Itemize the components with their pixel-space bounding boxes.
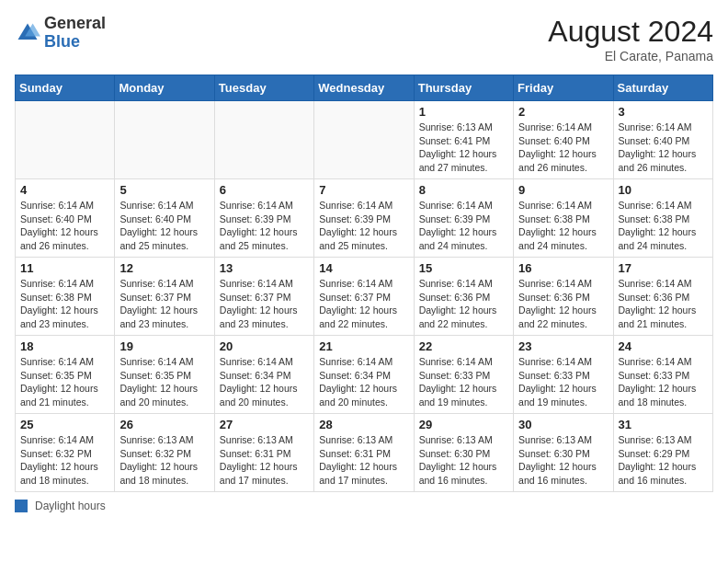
calendar-cell: 31Sunrise: 6:13 AM Sunset: 6:29 PM Dayli… <box>613 414 712 492</box>
day-number: 3 <box>619 105 708 119</box>
calendar-cell: 5Sunrise: 6:14 AM Sunset: 6:40 PM Daylig… <box>115 179 214 258</box>
calendar-day-header: Monday <box>115 75 214 101</box>
day-number: 7 <box>319 183 408 197</box>
day-info: Sunrise: 6:14 AM Sunset: 6:38 PM Dayligh… <box>619 199 708 253</box>
day-info: Sunrise: 6:14 AM Sunset: 6:34 PM Dayligh… <box>319 355 408 409</box>
day-info: Sunrise: 6:13 AM Sunset: 6:31 PM Dayligh… <box>220 433 309 488</box>
calendar-day-header: Thursday <box>414 75 513 101</box>
day-number: 8 <box>419 183 508 197</box>
day-info: Sunrise: 6:14 AM Sunset: 6:38 PM Dayligh… <box>20 277 109 331</box>
footer-label: Daylight hours <box>35 500 106 512</box>
day-info: Sunrise: 6:13 AM Sunset: 6:30 PM Dayligh… <box>419 433 508 488</box>
day-number: 31 <box>619 418 708 431</box>
calendar-cell: 3Sunrise: 6:14 AM Sunset: 6:40 PM Daylig… <box>613 101 712 179</box>
calendar-cell: 19Sunrise: 6:14 AM Sunset: 6:35 PM Dayli… <box>115 336 214 414</box>
location: El Carate, Panama <box>548 49 713 63</box>
calendar-day-header: Friday <box>514 75 613 101</box>
calendar-header-row: SundayMondayTuesdayWednesdayThursdayFrid… <box>16 75 713 101</box>
calendar-day-header: Saturday <box>613 75 712 101</box>
day-number: 29 <box>419 418 508 431</box>
day-number: 4 <box>20 183 109 197</box>
calendar-cell: 21Sunrise: 6:14 AM Sunset: 6:34 PM Dayli… <box>314 336 414 414</box>
month-year: August 2024 <box>548 15 713 49</box>
day-info: Sunrise: 6:14 AM Sunset: 6:40 PM Dayligh… <box>518 121 608 175</box>
day-number: 16 <box>518 261 608 275</box>
day-info: Sunrise: 6:14 AM Sunset: 6:40 PM Dayligh… <box>119 199 209 253</box>
calendar-cell: 20Sunrise: 6:14 AM Sunset: 6:34 PM Dayli… <box>214 336 313 414</box>
calendar-day-header: Wednesday <box>314 75 414 101</box>
calendar-day-header: Tuesday <box>214 75 313 101</box>
calendar-cell <box>214 101 313 179</box>
day-info: Sunrise: 6:14 AM Sunset: 6:39 PM Dayligh… <box>419 199 508 253</box>
day-number: 21 <box>319 339 408 353</box>
calendar-table: SundayMondayTuesdayWednesdayThursdayFrid… <box>15 75 713 492</box>
day-info: Sunrise: 6:14 AM Sunset: 6:39 PM Dayligh… <box>220 199 309 253</box>
calendar-cell: 2Sunrise: 6:14 AM Sunset: 6:40 PM Daylig… <box>514 101 613 179</box>
calendar-cell: 1Sunrise: 6:13 AM Sunset: 6:41 PM Daylig… <box>414 101 513 179</box>
calendar-cell: 30Sunrise: 6:13 AM Sunset: 6:30 PM Dayli… <box>514 414 613 492</box>
day-number: 25 <box>20 418 109 431</box>
day-number: 30 <box>518 418 608 431</box>
footer-color-box <box>15 500 28 512</box>
day-info: Sunrise: 6:13 AM Sunset: 6:32 PM Dayligh… <box>119 433 209 488</box>
logo-general-text: General <box>44 14 106 32</box>
day-number: 6 <box>220 183 309 197</box>
title-area: August 2024 El Carate, Panama <box>548 15 713 63</box>
day-info: Sunrise: 6:14 AM Sunset: 6:40 PM Dayligh… <box>20 199 109 253</box>
day-info: Sunrise: 6:14 AM Sunset: 6:32 PM Dayligh… <box>20 433 109 488</box>
calendar-cell: 28Sunrise: 6:13 AM Sunset: 6:31 PM Dayli… <box>314 414 414 492</box>
day-number: 28 <box>319 418 408 431</box>
day-info: Sunrise: 6:14 AM Sunset: 6:33 PM Dayligh… <box>518 355 608 409</box>
day-info: Sunrise: 6:14 AM Sunset: 6:35 PM Dayligh… <box>20 355 109 409</box>
day-number: 14 <box>319 261 408 275</box>
calendar-cell: 27Sunrise: 6:13 AM Sunset: 6:31 PM Dayli… <box>214 414 313 492</box>
calendar-cell: 14Sunrise: 6:14 AM Sunset: 6:37 PM Dayli… <box>314 258 414 336</box>
calendar-cell: 22Sunrise: 6:14 AM Sunset: 6:33 PM Dayli… <box>414 336 513 414</box>
day-info: Sunrise: 6:14 AM Sunset: 6:37 PM Dayligh… <box>319 277 408 331</box>
day-info: Sunrise: 6:14 AM Sunset: 6:37 PM Dayligh… <box>119 277 209 331</box>
calendar-cell: 13Sunrise: 6:14 AM Sunset: 6:37 PM Dayli… <box>214 258 313 336</box>
day-info: Sunrise: 6:14 AM Sunset: 6:34 PM Dayligh… <box>220 355 309 409</box>
day-number: 12 <box>119 261 209 275</box>
day-number: 20 <box>220 339 309 353</box>
day-info: Sunrise: 6:14 AM Sunset: 6:33 PM Dayligh… <box>419 355 508 409</box>
calendar-week-row: 1Sunrise: 6:13 AM Sunset: 6:41 PM Daylig… <box>16 101 713 179</box>
calendar-cell: 24Sunrise: 6:14 AM Sunset: 6:33 PM Dayli… <box>613 336 712 414</box>
header: General Blue August 2024 El Carate, Pana… <box>15 15 713 63</box>
calendar-cell <box>314 101 414 179</box>
calendar-cell: 15Sunrise: 6:14 AM Sunset: 6:36 PM Dayli… <box>414 258 513 336</box>
calendar-cell: 26Sunrise: 6:13 AM Sunset: 6:32 PM Dayli… <box>115 414 214 492</box>
day-info: Sunrise: 6:13 AM Sunset: 6:41 PM Dayligh… <box>419 121 508 175</box>
day-number: 24 <box>619 339 708 353</box>
day-number: 9 <box>518 183 608 197</box>
day-info: Sunrise: 6:14 AM Sunset: 6:38 PM Dayligh… <box>518 199 608 253</box>
day-info: Sunrise: 6:13 AM Sunset: 6:29 PM Dayligh… <box>619 433 708 488</box>
logo-blue-text: Blue <box>44 32 80 51</box>
calendar-cell: 4Sunrise: 6:14 AM Sunset: 6:40 PM Daylig… <box>16 179 115 258</box>
calendar-cell: 7Sunrise: 6:14 AM Sunset: 6:39 PM Daylig… <box>314 179 414 258</box>
day-number: 2 <box>518 105 608 119</box>
day-number: 22 <box>419 339 508 353</box>
calendar-week-row: 4Sunrise: 6:14 AM Sunset: 6:40 PM Daylig… <box>16 179 713 258</box>
day-info: Sunrise: 6:14 AM Sunset: 6:36 PM Dayligh… <box>518 277 608 331</box>
day-info: Sunrise: 6:14 AM Sunset: 6:37 PM Dayligh… <box>220 277 309 331</box>
calendar-cell: 17Sunrise: 6:14 AM Sunset: 6:36 PM Dayli… <box>613 258 712 336</box>
day-number: 1 <box>419 105 508 119</box>
calendar-cell: 25Sunrise: 6:14 AM Sunset: 6:32 PM Dayli… <box>16 414 115 492</box>
day-number: 15 <box>419 261 508 275</box>
calendar-cell: 16Sunrise: 6:14 AM Sunset: 6:36 PM Dayli… <box>514 258 613 336</box>
calendar-cell: 11Sunrise: 6:14 AM Sunset: 6:38 PM Dayli… <box>16 258 115 336</box>
day-info: Sunrise: 6:14 AM Sunset: 6:36 PM Dayligh… <box>619 277 708 331</box>
calendar-cell <box>16 101 115 179</box>
day-info: Sunrise: 6:14 AM Sunset: 6:40 PM Dayligh… <box>619 121 708 175</box>
day-info: Sunrise: 6:13 AM Sunset: 6:31 PM Dayligh… <box>319 433 408 488</box>
calendar-cell: 23Sunrise: 6:14 AM Sunset: 6:33 PM Dayli… <box>514 336 613 414</box>
day-number: 11 <box>20 261 109 275</box>
day-number: 5 <box>119 183 209 197</box>
calendar-week-row: 25Sunrise: 6:14 AM Sunset: 6:32 PM Dayli… <box>16 414 713 492</box>
calendar-cell: 29Sunrise: 6:13 AM Sunset: 6:30 PM Dayli… <box>414 414 513 492</box>
calendar-week-row: 11Sunrise: 6:14 AM Sunset: 6:38 PM Dayli… <box>16 258 713 336</box>
day-info: Sunrise: 6:14 AM Sunset: 6:39 PM Dayligh… <box>319 199 408 253</box>
footer: Daylight hours <box>15 500 713 512</box>
day-number: 19 <box>119 339 209 353</box>
